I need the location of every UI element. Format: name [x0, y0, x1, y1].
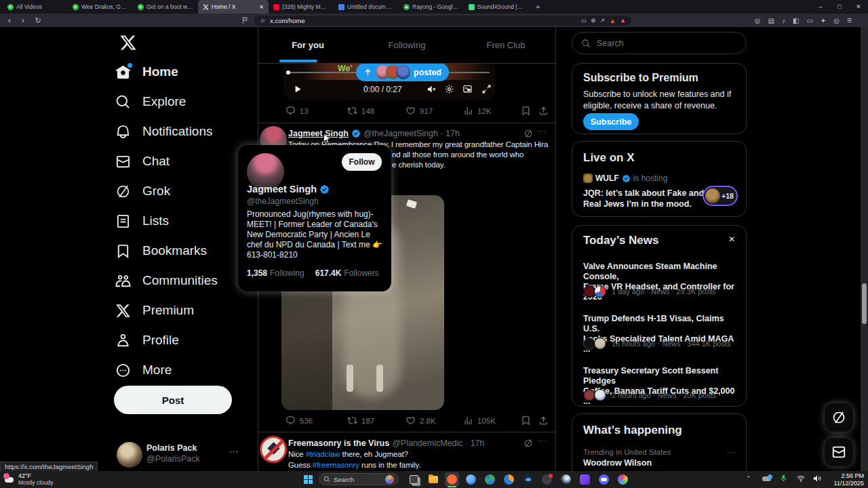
like-stat[interactable]: 917 — [406, 106, 433, 116]
posted-pill[interactable]: posted — [356, 63, 449, 81]
app-icon-discord[interactable] — [597, 472, 611, 487]
reply-stat[interactable]: 536 — [285, 415, 313, 426]
live-topic[interactable]: JQR: let’s talk about Fake andReal Jews … — [583, 188, 704, 209]
tray-wifi-icon[interactable] — [796, 474, 806, 483]
live-viewers-pill[interactable]: +18 — [703, 186, 738, 206]
scrollbar-track[interactable] — [861, 27, 868, 471]
profile-name[interactable]: Jagmeet Singh — [247, 184, 317, 195]
app-icon-colorful[interactable] — [616, 472, 630, 487]
browser-tab[interactable]: Wee Drakos, Get on a boot ah ha — [68, 0, 133, 14]
split-view-icon[interactable]: ◧ — [793, 17, 799, 24]
app-icon-globe[interactable] — [483, 472, 497, 487]
reader-mode-icon[interactable]: ▭ — [581, 17, 587, 24]
taskbar-clock[interactable]: 2:56 PM 11/12/2025 — [834, 472, 864, 487]
grok-actions-icon[interactable] — [524, 439, 533, 448]
repost-stat[interactable]: 187 — [347, 415, 374, 426]
like-stat[interactable]: 2.8K — [406, 415, 436, 426]
sidebar-item-premium[interactable]: Premium — [115, 297, 251, 324]
browser-tab[interactable]: Rayong - Google Maps — [399, 0, 464, 14]
tweet-more-icon[interactable]: ··· — [538, 436, 547, 445]
window-close-button[interactable]: ✕ — [849, 0, 868, 14]
new-tab-button[interactable]: + — [529, 3, 547, 11]
live-host-name[interactable]: WULF — [595, 174, 619, 183]
fullscreen-icon[interactable] — [481, 84, 492, 94]
taskbar-search[interactable]: Search — [319, 473, 399, 485]
trending-topic[interactable]: Woodrow Wilson — [583, 458, 652, 468]
bookmark-icon[interactable] — [521, 106, 531, 116]
views-stat[interactable]: 12K — [463, 106, 491, 116]
sidebar-item-communities[interactable]: Communities — [115, 267, 251, 294]
repost-stat[interactable]: 148 — [347, 106, 374, 116]
sidebar-item-chat[interactable]: Chat — [115, 148, 251, 175]
sidebar-item-explore[interactable]: Explore — [115, 88, 251, 115]
brave-shield-icon[interactable]: ▲ — [609, 17, 616, 24]
tab-for-you[interactable]: For you — [258, 27, 357, 62]
tweet-more-icon[interactable]: ··· — [538, 127, 547, 135]
pip-icon[interactable] — [462, 84, 473, 94]
browser-tab[interactable]: All Videos — [3, 0, 68, 14]
post-button[interactable]: Post — [114, 386, 232, 414]
views-stat[interactable]: 105K — [463, 415, 496, 426]
video-settings-icon[interactable] — [444, 84, 454, 94]
menu-icon[interactable]: ≡ — [847, 16, 852, 25]
bookmark-icon[interactable] — [521, 415, 531, 426]
sidebar-item-more[interactable]: More — [115, 357, 251, 384]
mute-icon[interactable] — [427, 84, 437, 94]
reading-list-icon[interactable]: ▤ — [768, 17, 774, 24]
media-icon[interactable]: ♪ — [782, 17, 785, 24]
rewards-icon[interactable]: ✦ — [821, 17, 826, 24]
app-icon-purple[interactable] — [578, 472, 592, 487]
tray-sync-icon[interactable] — [762, 474, 772, 482]
address-bar[interactable]: x.com/home ▭ ⊕ ↗ ▲ ▲ — [254, 16, 631, 26]
tab-fren-club[interactable]: Fren Club — [456, 27, 555, 62]
close-icon[interactable]: ✕ — [728, 235, 735, 244]
tab-close-icon[interactable]: ✕ — [259, 4, 264, 10]
sidebar-item-bookmarks[interactable]: Bookmarks — [115, 237, 251, 264]
start-button[interactable] — [301, 472, 315, 487]
app-icon-notification[interactable] — [540, 472, 554, 487]
task-view-button[interactable] — [407, 472, 421, 487]
scrollbar-thumb[interactable] — [862, 283, 867, 324]
following-count[interactable]: 1,358 — [247, 268, 267, 278]
wallet-icon[interactable]: ▭ — [806, 17, 812, 24]
tab-following[interactable]: Following — [357, 27, 456, 62]
followers-count[interactable]: 617.4K — [315, 268, 342, 278]
tweet-byline[interactable]: @PlandemicMedic · 17h — [392, 439, 484, 448]
tray-chevron-icon[interactable]: ⌃ — [746, 475, 751, 482]
sidebar-item-lists[interactable]: Lists — [115, 207, 251, 235]
avatar[interactable] — [260, 436, 287, 463]
browser-tab[interactable]: Sound4Sound | Linktree — [464, 0, 529, 14]
reply-stat[interactable]: 13 — [285, 106, 309, 116]
sidebar-item-home[interactable]: Home — [115, 58, 251, 85]
trend-more-icon[interactable]: ··· — [727, 448, 736, 456]
tweet-byline[interactable]: @theJagmeetSingh · 17h — [363, 129, 460, 138]
share-icon[interactable] — [538, 106, 549, 116]
back-button[interactable]: ‹ — [4, 14, 15, 27]
forward-button[interactable]: › — [18, 14, 28, 27]
sidebar-item-profile[interactable]: Profile — [115, 327, 251, 354]
reload-button[interactable]: ↻ — [33, 14, 43, 27]
grok-floating-button[interactable] — [825, 403, 853, 432]
profile-handle[interactable]: @theJagmeetSingh — [247, 197, 319, 206]
search-input[interactable]: Search — [572, 32, 747, 54]
hashtag-link[interactable]: #freemasonry — [313, 461, 359, 469]
subscribe-button[interactable]: Subscribe — [583, 113, 639, 130]
app-icon-eye[interactable] — [521, 472, 535, 487]
tweet-author-name[interactable]: Freemasonry is the Virus — [288, 439, 389, 448]
sidebar-item-grok[interactable]: Grok — [115, 178, 251, 205]
follow-button[interactable]: Follow — [342, 153, 382, 171]
share-icon[interactable] — [538, 415, 549, 426]
account-switcher[interactable]: Polaris Pack @PolarisPack ··· — [115, 439, 237, 471]
bookmarks-toolbar-icon[interactable] — [241, 16, 250, 24]
weather-widget[interactable]: 42°F Mostly cloudy — [3, 472, 54, 486]
browser-tab[interactable]: Get on a boot when they bake — [133, 0, 198, 14]
play-button-icon[interactable] — [292, 83, 303, 95]
account-more-icon[interactable]: ··· — [229, 447, 239, 455]
site-info-icon[interactable] — [260, 18, 266, 24]
zoom-icon[interactable]: ⊕ — [591, 17, 596, 24]
window-maximize-button[interactable]: □ — [830, 0, 849, 14]
tray-mic-icon[interactable] — [779, 474, 788, 483]
share-icon[interactable]: ↗ — [600, 17, 606, 24]
app-icon-thunderbird[interactable] — [502, 472, 516, 487]
file-explorer-icon[interactable] — [426, 472, 440, 487]
